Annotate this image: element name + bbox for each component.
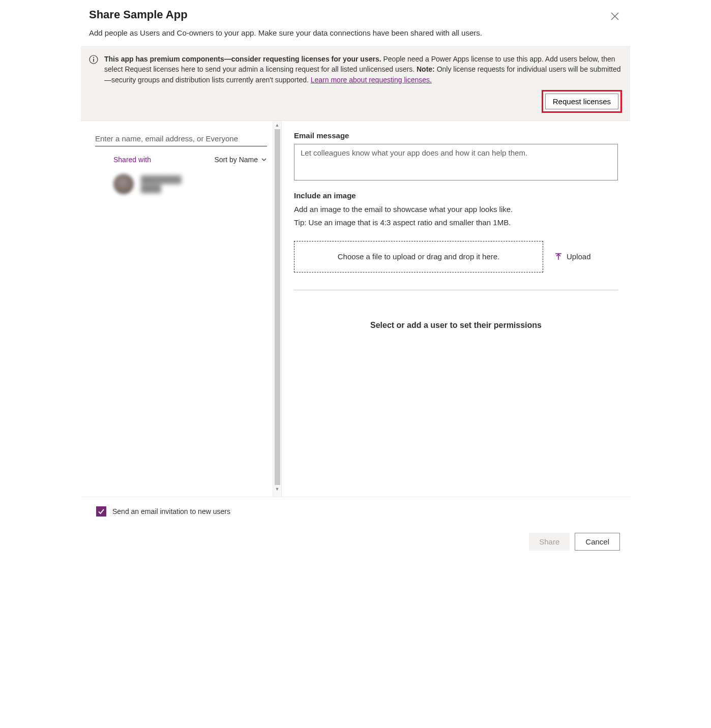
sort-by-dropdown[interactable]: Sort by Name xyxy=(214,156,267,164)
close-icon xyxy=(611,12,619,20)
chevron-down-icon xyxy=(261,157,267,163)
learn-more-link[interactable]: Learn more about requesting licenses. xyxy=(311,76,432,84)
left-pane: Shared with Sort by Name ████████ ████ ▲ xyxy=(81,121,282,497)
dialog-body: Shared with Sort by Name ████████ ████ ▲ xyxy=(81,120,630,497)
email-message-label: Email message xyxy=(294,131,618,140)
svg-point-3 xyxy=(93,57,94,58)
email-invite-label: Send an email invitation to new users xyxy=(112,507,230,515)
upload-button[interactable]: Upload xyxy=(554,252,591,261)
upload-label: Upload xyxy=(567,252,591,261)
svg-rect-4 xyxy=(93,59,94,62)
email-message-input[interactable] xyxy=(294,144,618,180)
scroll-up-arrow[interactable]: ▲ xyxy=(273,121,281,129)
sort-by-label: Sort by Name xyxy=(214,156,258,164)
include-image-section: Include an image Add an image to the ema… xyxy=(294,191,618,272)
dialog-title: Share Sample App xyxy=(89,8,622,21)
request-highlight: Request licenses xyxy=(542,90,622,113)
user-text: ████████ ████ xyxy=(141,175,181,193)
user-subtext: ████ xyxy=(141,185,181,193)
checkmark-icon xyxy=(98,508,105,515)
banner-content: This app has premium components—consider… xyxy=(104,54,622,113)
scrollbar-thumb[interactable] xyxy=(275,129,280,485)
info-icon xyxy=(89,55,98,64)
share-dialog: Share Sample App Add people as Users and… xyxy=(81,0,630,558)
dropzone-text: Choose a file to upload or drag and drop… xyxy=(338,252,500,261)
request-licenses-button[interactable]: Request licenses xyxy=(545,94,618,109)
footer-actions: Share Cancel xyxy=(81,526,630,558)
banner-action-row: Request licenses xyxy=(104,90,622,113)
avatar xyxy=(113,174,134,194)
people-search-input[interactable] xyxy=(95,131,267,146)
user-list-item[interactable]: ████████ ████ xyxy=(81,169,281,199)
share-button[interactable]: Share xyxy=(529,533,570,551)
file-dropzone[interactable]: Choose a file to upload or drag and drop… xyxy=(294,241,543,272)
image-desc-line1: Add an image to the email to showcase wh… xyxy=(294,204,618,216)
permission-prompt: Select or add a user to set their permis… xyxy=(294,321,618,330)
include-image-label: Include an image xyxy=(294,191,618,200)
close-button[interactable] xyxy=(608,9,622,23)
search-row xyxy=(81,121,281,146)
upload-row: Choose a file to upload or drag and drop… xyxy=(294,241,618,272)
image-desc-line2: Tip: Use an image that is 4:3 aspect rat… xyxy=(294,217,618,229)
premium-banner: This app has premium components—consider… xyxy=(81,46,630,120)
banner-note-label: Note: xyxy=(417,65,435,73)
upload-icon xyxy=(554,253,562,261)
right-pane: Email message Include an image Add an im… xyxy=(282,121,630,497)
shared-with-row: Shared with Sort by Name xyxy=(81,146,281,169)
dialog-header: Share Sample App Add people as Users and… xyxy=(81,0,630,46)
section-divider xyxy=(294,290,618,290)
shared-with-label: Shared with xyxy=(113,156,151,164)
banner-bold-text: This app has premium components—consider… xyxy=(104,55,381,63)
email-invite-checkbox[interactable] xyxy=(96,506,106,517)
dialog-subtitle: Add people as Users and Co-owners to you… xyxy=(89,28,622,37)
email-invite-row: Send an email invitation to new users xyxy=(81,497,282,526)
cancel-button[interactable]: Cancel xyxy=(575,533,620,551)
bottom-bar: Send an email invitation to new users Sh… xyxy=(81,497,630,558)
scroll-down-arrow[interactable]: ▼ xyxy=(273,485,281,493)
scrollbar[interactable]: ▲ ▼ xyxy=(273,121,281,497)
user-name: ████████ xyxy=(141,175,181,184)
